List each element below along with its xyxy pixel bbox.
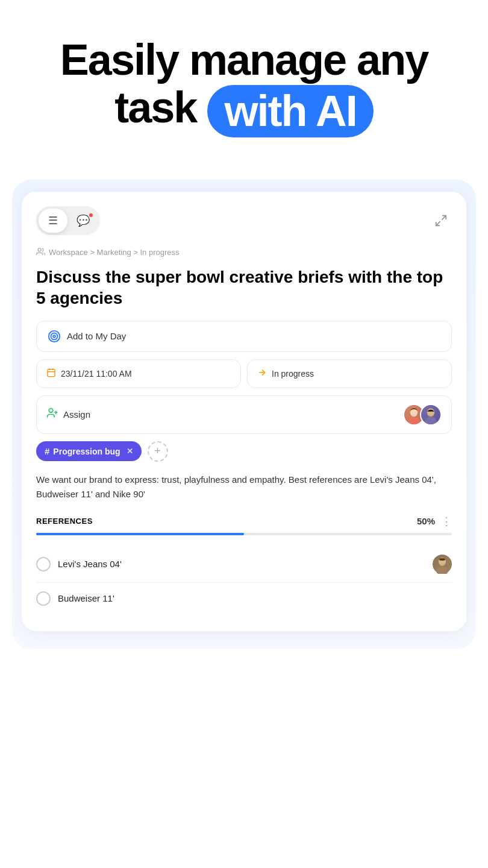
checkbox-budweiser[interactable] xyxy=(36,591,51,606)
hero-section: Easily manage any task with AI xyxy=(0,0,488,162)
status-text: In progress xyxy=(272,369,314,379)
references-percent: 50% xyxy=(417,516,435,526)
assign-left: Assign xyxy=(46,407,90,422)
references-right: 50% ⋮ xyxy=(417,515,452,528)
expand-button[interactable] xyxy=(430,210,452,231)
tab-chat[interactable]: 💬 xyxy=(69,209,98,233)
svg-line-0 xyxy=(442,216,446,219)
tab-detail[interactable]: ☰ xyxy=(39,209,67,233)
progress-bar-container xyxy=(36,533,452,535)
card-container: ☰ 💬 xyxy=(12,180,476,649)
tag-label: Progression bug xyxy=(53,447,120,456)
hero-line2-prefix: task xyxy=(114,83,207,131)
checkbox-levis[interactable] xyxy=(36,557,51,571)
task-title: Discuss the super bowl creative briefs w… xyxy=(36,266,452,309)
date-pill[interactable]: 23/11/21 11:00 AM xyxy=(36,359,241,388)
assign-label: Assign xyxy=(63,409,90,420)
hero-ai-pill: with AI xyxy=(207,85,373,137)
list-item-label-levis: Levi's Jeans 04' xyxy=(58,559,122,569)
svg-point-2 xyxy=(38,248,41,251)
assignee-avatar-2 xyxy=(420,404,442,426)
list-item-budweiser: Budweiser 11' xyxy=(36,583,452,614)
list-item-avatar-levis xyxy=(433,555,452,574)
notification-badge xyxy=(88,212,94,218)
date-text: 23/11/21 11:00 AM xyxy=(61,369,132,379)
tag-progression-bug[interactable]: # Progression bug ✕ xyxy=(36,441,142,461)
add-tag-button[interactable]: + xyxy=(148,441,168,462)
svg-point-5 xyxy=(53,335,55,338)
arrow-icon xyxy=(257,368,267,380)
task-description: We want our brand to express: trust, pla… xyxy=(36,473,452,502)
list-item-left: Levi's Jeans 04' xyxy=(36,557,122,571)
hero-line1: Easily manage any xyxy=(60,36,428,84)
tag-hash-icon: # xyxy=(45,446,49,456)
list-item-label-budweiser: Budweiser 11' xyxy=(58,593,114,603)
hero-title: Easily manage any task with AI xyxy=(24,36,464,137)
workspace-icon xyxy=(36,247,45,258)
add-day-label: Add to My Day xyxy=(67,331,126,341)
tag-close-icon[interactable]: ✕ xyxy=(127,447,133,456)
progress-bar-fill xyxy=(36,533,244,535)
svg-point-21 xyxy=(436,567,448,574)
list-item: Levi's Jeans 04' xyxy=(36,546,452,583)
references-header: REFERENCES 50% ⋮ xyxy=(36,515,452,528)
svg-rect-6 xyxy=(48,369,55,376)
status-pill[interactable]: In progress xyxy=(247,359,452,388)
meta-row: 23/11/21 11:00 AM In progress xyxy=(36,359,452,388)
add-to-my-day-button[interactable]: Add to My Day xyxy=(36,321,452,352)
svg-point-4 xyxy=(51,333,58,339)
assignees-list xyxy=(403,404,442,426)
references-more-button[interactable]: ⋮ xyxy=(441,515,452,528)
svg-point-11 xyxy=(49,409,53,413)
svg-point-18 xyxy=(425,417,437,425)
task-card: ☰ 💬 xyxy=(22,192,466,631)
detail-icon: ☰ xyxy=(48,214,58,227)
breadcrumb: Workspace > Marketing > In progress xyxy=(36,247,452,258)
assign-row[interactable]: Assign xyxy=(36,395,452,434)
tags-row: # Progression bug ✕ + xyxy=(36,441,452,462)
toolbar-tabs: ☰ 💬 xyxy=(36,206,100,235)
svg-point-15 xyxy=(408,417,420,425)
breadcrumb-path: Workspace > Marketing > In progress xyxy=(49,248,180,257)
svg-line-1 xyxy=(436,222,440,225)
assign-icon xyxy=(46,407,58,422)
svg-point-23 xyxy=(439,558,445,561)
target-icon xyxy=(48,330,61,343)
toolbar: ☰ 💬 xyxy=(36,206,452,235)
calendar-icon xyxy=(46,368,56,380)
references-title: REFERENCES xyxy=(36,517,93,526)
list-item-left-budweiser: Budweiser 11' xyxy=(36,591,114,606)
